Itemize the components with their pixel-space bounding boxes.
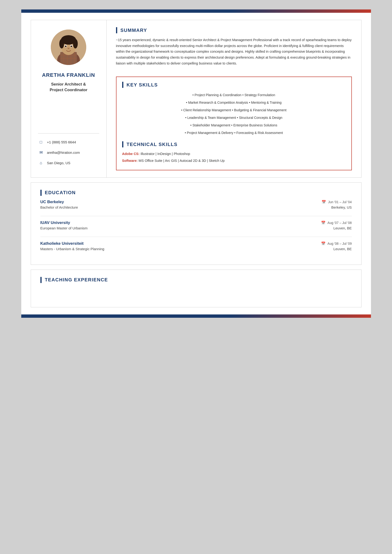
- edu-row-3-top: Katholieke Universiteit 📅 Aug '08 – Jul …: [40, 241, 352, 246]
- calendar-icon-3: 📅: [321, 242, 326, 246]
- edu-degree-2: European Master of Urbanism: [40, 226, 88, 230]
- education-section: EDUCATION UC Berkeley 📅 Jun '01 – Jul '0…: [31, 182, 362, 265]
- edu-institution-2: IUAV University: [40, 221, 70, 225]
- person-title: Senior Architect & Project Coordinator: [38, 82, 99, 93]
- edu-date-1: 📅 Jun '01 – Jul '04: [322, 200, 352, 204]
- skill-item-6: • Project Management & Delivery • Foreca…: [125, 130, 343, 136]
- teaching-title: TEACHING EXPERIENCE: [40, 277, 352, 283]
- edu-location-2: Leuven, BE: [333, 226, 352, 230]
- email-icon: ✉: [38, 150, 44, 156]
- contact-email: ✉ aretha@hiration.com: [38, 150, 99, 156]
- left-panel: ARETHA FRANKLiN Senior Architect & Proje…: [31, 20, 106, 177]
- person-name: ARETHA FRANKLiN: [38, 72, 99, 78]
- edu-date-text-3: Aug '08 – Jul '09: [328, 242, 352, 245]
- tech-skill-adobe: Adobe CS: Illustrator | InDesign | Photo…: [122, 151, 346, 157]
- contact-phone: □ +1 (888) 555 6644: [38, 139, 99, 145]
- technical-skills-section: TECHNICAL SKILLS Adobe CS: Illustrator |…: [122, 141, 346, 164]
- teaching-section: TEACHING EXPERIENCE: [31, 270, 362, 307]
- phone-icon: □: [38, 139, 44, 145]
- edu-date-text-2: Aug '07 – Jul '08: [328, 221, 352, 225]
- edu-row-3-bottom: Masters - Urbanism & Strategic Planning …: [40, 247, 352, 251]
- tech-label-software: Software:: [122, 159, 138, 163]
- avatar-image: [51, 29, 86, 65]
- edu-date-3: 📅 Aug '08 – Jul '09: [321, 242, 352, 246]
- edu-row-2-bottom: European Master of Urbanism Leuven, BE: [40, 226, 352, 230]
- summary-section: SUMMARY ~15 years experienced, dynamic &…: [116, 27, 352, 72]
- technical-skills-title: TECHNICAL SKILLS: [122, 141, 346, 147]
- skill-item-1: • Project Planning & Coordination • Stra…: [125, 92, 343, 98]
- summary-title: SUMMARY: [116, 27, 352, 33]
- skill-item-3: • Client Relationship Management • Budge…: [125, 107, 343, 113]
- svg-point-12: [59, 39, 64, 48]
- tech-value-adobe: Illustrator | InDesign | Photoshop: [140, 152, 190, 156]
- phone-text: +1 (888) 555 6644: [47, 140, 76, 144]
- tech-skills-list: Adobe CS: Illustrator | InDesign | Photo…: [122, 151, 346, 164]
- tech-label-adobe: Adobe CS:: [122, 152, 140, 156]
- calendar-icon-2: 📅: [321, 221, 326, 225]
- edu-date-text-1: Jun '01 – Jul '04: [328, 200, 352, 204]
- avatar: [51, 29, 86, 65]
- bottom-accent-bar: [21, 314, 371, 318]
- edu-row-1-bottom: Bachelor of Architecture Berkeley, US: [40, 205, 352, 209]
- summary-text: ~15 years experienced, dynamic & result-…: [116, 37, 352, 66]
- edu-date-2: 📅 Aug '07 – Jul '08: [321, 221, 352, 225]
- contact-divider: [38, 133, 99, 133]
- edu-entry-2: IUAV University 📅 Aug '07 – Jul '08 Euro…: [40, 221, 352, 230]
- contact-list: □ +1 (888) 555 6644 ✉ aretha@hiration.co…: [38, 139, 99, 170]
- edu-institution-1: UC Berkeley: [40, 200, 64, 204]
- key-skills-section: KEY SKILLS • Project Planning & Coordina…: [122, 82, 346, 136]
- edu-divider-2: [40, 237, 352, 237]
- svg-point-16: [65, 46, 67, 47]
- email-text: aretha@hiration.com: [47, 151, 80, 154]
- skill-item-5: • Stakeholder Management • Enterprise Bu…: [125, 122, 343, 129]
- key-skills-title: KEY SKILLS: [122, 82, 346, 88]
- tech-skill-software: Software: MS Office Suite | Arc GIS | Au…: [122, 158, 346, 164]
- edu-degree-1: Bachelor of Architecture: [40, 205, 78, 209]
- education-title: EDUCATION: [40, 190, 352, 196]
- svg-point-17: [71, 46, 72, 47]
- edu-location-3: Leuven, BE: [333, 247, 352, 251]
- location-text: San Diego, US: [47, 161, 70, 165]
- edu-location-1: Berkeley, US: [331, 205, 352, 209]
- right-panel: SUMMARY ~15 years experienced, dynamic &…: [106, 20, 361, 177]
- edu-divider-1: [40, 216, 352, 216]
- person-title-line2: Project Coordinator: [50, 88, 87, 92]
- location-icon: ⌂: [38, 160, 44, 166]
- person-title-line1: Senior Architect &: [51, 82, 86, 86]
- skill-item-4: • Leadership & Team Management • Structu…: [125, 114, 343, 121]
- skill-item-2: • Market Research & Competition Analysis…: [125, 99, 343, 106]
- contact-location: ⌂ San Diego, US: [38, 160, 99, 166]
- calendar-icon-1: 📅: [322, 200, 326, 204]
- edu-institution-3: Katholieke Universiteit: [40, 241, 84, 246]
- edu-degree-3: Masters - Urbanism & Strategic Planning: [40, 247, 105, 251]
- tech-value-software: MS Office Suite | Arc GIS | Autocad 2D &…: [139, 159, 225, 163]
- resume-page: ARETHA FRANKLiN Senior Architect & Proje…: [21, 9, 371, 318]
- edu-row-2-top: IUAV University 📅 Aug '07 – Jul '08: [40, 221, 352, 225]
- edu-entry-1: UC Berkeley 📅 Jun '01 – Jul '04 Bachelor…: [40, 200, 352, 209]
- key-skills-list: • Project Planning & Coordination • Stra…: [122, 92, 346, 136]
- skills-highlighted-block: KEY SKILLS • Project Planning & Coordina…: [116, 76, 352, 170]
- top-section: ARETHA FRANKLiN Senior Architect & Proje…: [31, 20, 362, 178]
- edu-row-1-top: UC Berkeley 📅 Jun '01 – Jul '04: [40, 200, 352, 204]
- svg-point-13: [73, 39, 78, 48]
- edu-entry-3: Katholieke Universiteit 📅 Aug '08 – Jul …: [40, 241, 352, 251]
- svg-point-18: [68, 48, 70, 49]
- top-accent-bar: [21, 9, 371, 13]
